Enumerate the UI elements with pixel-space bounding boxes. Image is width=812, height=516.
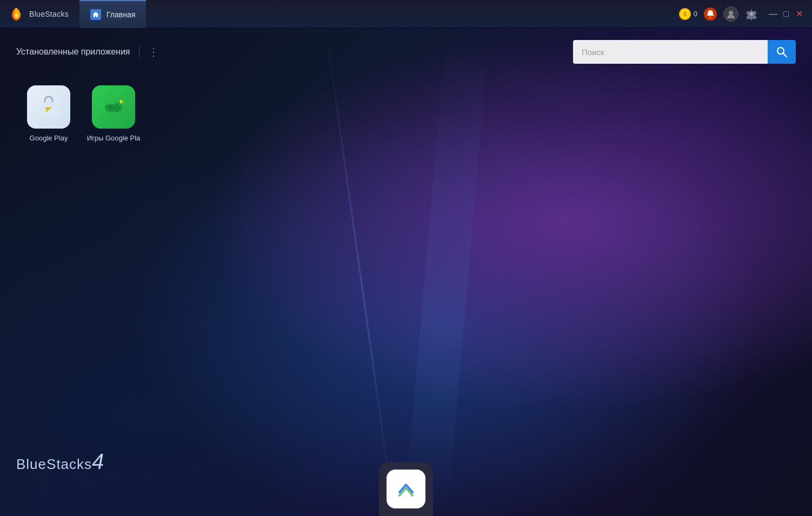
watermark-number: 4 xyxy=(92,451,104,472)
minimize-button[interactable]: — xyxy=(769,10,777,18)
svg-point-4 xyxy=(729,11,733,15)
svg-point-13 xyxy=(118,107,121,110)
google-play-games-icon xyxy=(99,93,128,121)
window-controls[interactable]: — □ ✕ xyxy=(769,10,803,18)
app-item-google-play-games[interactable]: Игры Google Pla xyxy=(81,80,146,148)
main-content: Установленные приложения ⋮ xyxy=(0,28,812,516)
bottom-app-logo-icon xyxy=(391,474,421,504)
app-logo-area: BlueStacks xyxy=(0,6,77,22)
home-tab[interactable]: Главная xyxy=(79,0,146,28)
apps-header: Установленные приложения ⋮ xyxy=(0,28,812,69)
svg-line-7 xyxy=(783,53,787,57)
svg-point-15 xyxy=(114,107,116,110)
google-play-icon xyxy=(35,93,63,121)
settings-icon[interactable] xyxy=(745,8,758,21)
bottom-app-icon xyxy=(387,470,425,508)
installed-apps-title: Установленные приложения xyxy=(16,47,130,57)
google-play-games-label: Игры Google Pla xyxy=(87,134,141,142)
search-input[interactable] xyxy=(573,40,768,64)
coin-count: 0 xyxy=(694,10,697,18)
user-avatar[interactable] xyxy=(723,6,738,22)
coin-badge[interactable]: $ 0 xyxy=(678,8,697,21)
home-tab-label: Главная xyxy=(107,10,135,19)
maximize-button[interactable]: □ xyxy=(782,10,790,18)
coin-icon: $ xyxy=(678,8,691,21)
search-icon xyxy=(776,46,788,58)
content-overlay: Установленные приложения ⋮ xyxy=(0,28,812,516)
home-tab-icon xyxy=(90,9,101,20)
google-play-label: Google Play xyxy=(30,134,68,142)
search-button[interactable] xyxy=(768,40,796,64)
app-grid: Google Play xyxy=(0,69,812,158)
notifications-icon[interactable] xyxy=(704,8,717,21)
apps-menu-button[interactable]: ⋮ xyxy=(148,46,159,57)
title-bar-controls: $ 0 — □ ✕ xyxy=(678,6,812,22)
svg-point-14 xyxy=(116,109,118,112)
title-bar: BlueStacks Главная $ 0 xyxy=(0,0,812,28)
svg-text:$: $ xyxy=(683,11,687,17)
svg-point-0 xyxy=(15,14,18,17)
house-icon xyxy=(92,11,99,18)
watermark-text: BlueStacks xyxy=(16,456,92,473)
app-brand-label: BlueStacks xyxy=(29,10,69,18)
google-play-icon-wrapper xyxy=(27,85,70,129)
header-divider xyxy=(139,46,139,57)
bluestacks-logo-icon xyxy=(9,6,24,22)
svg-point-11 xyxy=(108,105,113,110)
app-item-google-play[interactable]: Google Play xyxy=(16,80,81,148)
google-play-games-icon-wrapper xyxy=(92,85,135,129)
close-button[interactable]: ✕ xyxy=(795,10,803,18)
svg-point-12 xyxy=(116,105,118,108)
search-area xyxy=(573,40,796,64)
watermark: BlueStacks 4 xyxy=(16,451,104,473)
bottom-docked-app[interactable] xyxy=(379,462,433,516)
